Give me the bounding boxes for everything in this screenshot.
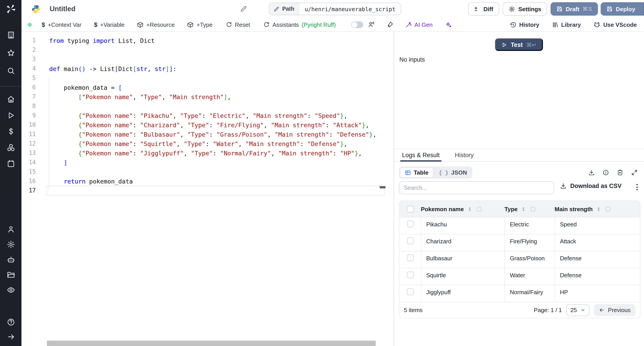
multiplayer-toggle[interactable] <box>351 21 363 28</box>
code-line-4[interactable]: 4def main() -> List[Dict[str, str]]: <box>22 64 386 73</box>
code-line-2[interactable]: 2 <box>22 45 386 54</box>
sidebar-calendar-icon[interactable] <box>0 159 22 168</box>
add-resource-button[interactable]: +Resource <box>137 21 174 28</box>
row-checkbox[interactable] <box>407 237 414 244</box>
sidebar-robot-icon[interactable] <box>0 255 22 264</box>
path-field[interactable]: Path u/henri/maneuverable_script <box>269 3 402 15</box>
diff-button[interactable]: Diff <box>468 2 499 16</box>
users-icon[interactable] <box>368 21 375 28</box>
code-line-7[interactable]: 7 ["Pokemon name", "Type", "Main strengt… <box>22 92 386 101</box>
row-checkbox[interactable] <box>407 254 414 261</box>
add-type-button[interactable]: +Type <box>187 21 213 28</box>
reset-button[interactable]: Reset <box>226 21 250 28</box>
page-indicator: Page: 1 / 1 <box>534 307 562 313</box>
code-line-16[interactable]: 16 return pokemon_data <box>22 176 386 186</box>
expand-icon[interactable] <box>631 169 638 176</box>
rail-group-footer <box>0 318 22 342</box>
sidebar-dollar-icon[interactable] <box>0 127 22 136</box>
library-button[interactable]: Library <box>552 21 581 28</box>
column-options-icon[interactable] <box>530 206 536 212</box>
script-title: Untitled <box>50 5 75 13</box>
add-variable-button[interactable]: $ +Variable <box>94 21 124 28</box>
code-line-5[interactable]: 5 <box>22 73 386 83</box>
download-icon[interactable] <box>588 169 595 176</box>
result-view-toggle: Table { } JSON <box>399 167 472 178</box>
line-number: 4 <box>22 65 36 72</box>
tab-history[interactable]: History <box>455 149 474 161</box>
result-search-input[interactable] <box>399 181 554 194</box>
sidebar-star-icon[interactable] <box>0 48 22 58</box>
history-button[interactable]: History <box>510 21 539 28</box>
deploy-button[interactable]: Deploy <box>600 2 644 16</box>
sidebar-cubes-icon[interactable] <box>0 143 22 152</box>
code-lines[interactable]: 1from typing import List, Dict234def mai… <box>22 36 386 195</box>
sort-icon[interactable] <box>596 206 602 212</box>
sidebar-question-icon[interactable] <box>0 318 22 327</box>
draft-button[interactable]: Draft ⌘S <box>550 2 598 16</box>
items-count: 5 items <box>404 307 422 313</box>
sidebar-home-icon[interactable] <box>0 95 22 104</box>
line-number: 3 <box>22 56 36 62</box>
table-row[interactable]: CharizardFire/FlyingAttack <box>399 234 640 251</box>
select-all-checkbox[interactable] <box>407 206 414 212</box>
code-line-6[interactable]: 6 pokemon_data = [ <box>22 83 386 92</box>
left-sidebar <box>0 0 22 346</box>
sidebar-play-icon[interactable] <box>0 111 22 120</box>
sidebar-person-icon[interactable] <box>0 225 22 234</box>
code-line-10[interactable]: 10 {"Pokemon name": "Charizard", "Type":… <box>22 120 386 130</box>
sort-icon[interactable] <box>467 206 473 212</box>
sidebar-arrow-right-icon[interactable] <box>0 332 22 342</box>
row-checkbox[interactable] <box>407 271 414 278</box>
table-row[interactable]: SquirtleWaterDefense <box>399 268 640 285</box>
code-line-17[interactable]: 17 <box>22 186 386 195</box>
format-brush-icon[interactable] <box>386 21 394 28</box>
ai-gen-button[interactable]: AI Gen <box>405 21 433 28</box>
code-line-8[interactable]: 8 <box>22 101 386 111</box>
sidebar-magnifier-icon[interactable] <box>0 66 22 75</box>
horizontal-scrollbar[interactable] <box>47 341 376 346</box>
download-csv-button[interactable]: Download as CSV <box>560 182 622 189</box>
code-line-1[interactable]: 1from typing import List, Dict <box>22 36 386 45</box>
line-number: 10 <box>22 121 36 128</box>
sidebar-gear-icon[interactable] <box>0 240 22 249</box>
column-options-icon[interactable] <box>476 206 482 212</box>
clipboard-copy-icon[interactable] <box>617 169 624 176</box>
assistants-button[interactable]: Assistants (Pyright Ruff) <box>264 21 336 28</box>
code-line-13[interactable]: 13 {"Pokemon name": "Jigglypuff", "Type"… <box>22 148 386 158</box>
table-row[interactable]: BulbasaurGrass/PoisonDefense <box>399 251 640 268</box>
view-table-button[interactable]: Table <box>400 168 433 178</box>
sidebar-building-icon[interactable] <box>0 30 22 40</box>
per-page-select[interactable]: 25 <box>566 304 590 316</box>
code-line-14[interactable]: 14 ] <box>22 158 386 167</box>
view-json-button[interactable]: { } JSON <box>434 168 471 178</box>
test-run-button[interactable]: Test ⌘↵ <box>495 38 543 51</box>
edit-title-pencil-icon[interactable] <box>240 5 247 12</box>
add-context-var-button[interactable]: $ +Context Var <box>42 21 82 28</box>
code-line-11[interactable]: 11 {"Pokemon name": "Bulbasaur", "Type":… <box>22 130 386 139</box>
windmill-logo-icon[interactable] <box>0 3 22 14</box>
table-menu-kebab-icon[interactable] <box>636 184 638 190</box>
column-options-icon[interactable] <box>605 206 611 212</box>
path-value[interactable]: u/henri/maneuverable_script <box>299 3 401 15</box>
sort-icon[interactable] <box>521 206 526 212</box>
tab-logs-result[interactable]: Logs & Result <box>402 149 440 161</box>
code-editor[interactable]: 1from typing import List, Dict234def mai… <box>22 32 386 346</box>
table-row[interactable]: JigglypuffNormal/FairyHP <box>399 285 640 302</box>
sparkles-icon[interactable] <box>445 21 452 28</box>
line-number: 12 <box>22 140 36 147</box>
code-line-12[interactable]: 12 {"Pokemon name": "Squirtle", "Type": … <box>22 139 386 148</box>
code-line-3[interactable]: 3 <box>22 54 386 64</box>
use-vscode-button[interactable]: Use VScode <box>594 21 637 28</box>
row-checkbox[interactable] <box>407 288 414 295</box>
pencil-icon <box>274 6 280 12</box>
row-checkbox[interactable] <box>407 220 414 227</box>
windmill-script-editor: Untitled Path u/henri/maneuverable_scrip… <box>0 0 644 346</box>
table-row[interactable]: PikachuElectricSpeed <box>399 217 640 234</box>
code-line-15[interactable]: 15 <box>22 167 386 176</box>
previous-page-button[interactable]: Previous <box>594 304 636 316</box>
settings-button[interactable]: Settings <box>503 2 547 16</box>
info-icon[interactable] <box>602 169 609 176</box>
code-line-9[interactable]: 9 {"Pokemon name": "Pikachu", "Type": "E… <box>22 111 386 120</box>
sidebar-eye-icon[interactable] <box>0 285 22 295</box>
sidebar-folder-icon[interactable] <box>0 270 22 280</box>
